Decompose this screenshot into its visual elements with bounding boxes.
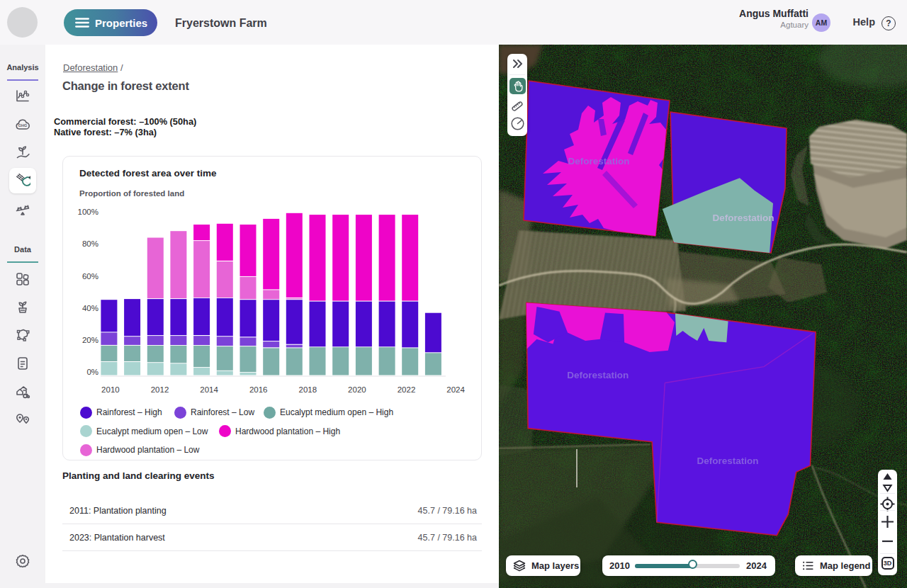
svg-text:40%: 40% xyxy=(82,304,98,312)
svg-text:Deforestation: Deforestation xyxy=(568,156,629,166)
svg-text:100%: 100% xyxy=(78,208,98,216)
svg-text:2024: 2024 xyxy=(446,385,465,394)
svg-text:2016: 2016 xyxy=(249,385,268,394)
svg-text:Deforestation: Deforestation xyxy=(567,370,629,380)
svg-text:2010: 2010 xyxy=(101,385,120,394)
svg-text:Deforestation: Deforestation xyxy=(697,456,758,466)
svg-text:GHG: GHG xyxy=(18,123,28,128)
svg-text:0%: 0% xyxy=(86,368,98,376)
svg-text:2022: 2022 xyxy=(398,385,416,394)
svg-text:2012: 2012 xyxy=(151,385,169,394)
svg-text:60%: 60% xyxy=(82,272,98,281)
svg-text:20%: 20% xyxy=(82,336,98,344)
svg-text:2020: 2020 xyxy=(348,385,366,394)
svg-text:Deforestation: Deforestation xyxy=(712,213,774,223)
svg-text:2018: 2018 xyxy=(299,385,317,394)
svg-text:2014: 2014 xyxy=(200,385,218,394)
svg-text:80%: 80% xyxy=(82,239,98,248)
